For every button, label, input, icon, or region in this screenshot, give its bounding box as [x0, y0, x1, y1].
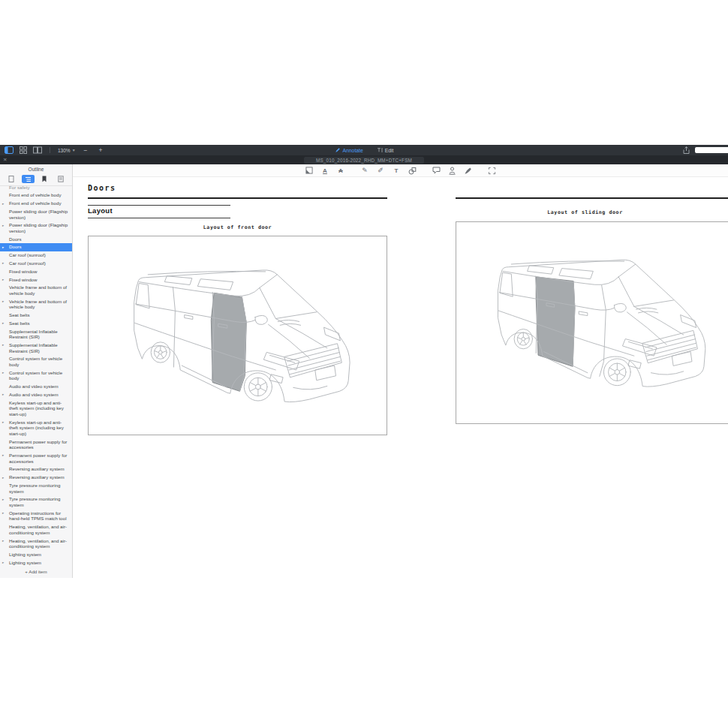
add-item-button[interactable]: + Add item: [0, 567, 72, 578]
outline-item[interactable]: ▸ Doors: [0, 243, 72, 251]
outline-item[interactable]: ▸ Operating instructions for hand-held T…: [0, 509, 72, 522]
chevron-right-icon: ▸: [2, 277, 4, 283]
two-page-view-icon[interactable]: [33, 146, 42, 154]
outline-item[interactable]: ▸ Control system for vehicle body: [0, 369, 72, 382]
annotations-tab[interactable]: [55, 175, 68, 183]
tab-edit[interactable]: Edit: [377, 147, 394, 153]
document-tab-bar: ✕ MS_010_2016-2022_RHD_MM+DTC+FSM: [0, 155, 728, 164]
outline-item-label: Audio and video system: [9, 384, 59, 389]
outline-item[interactable]: Audio and video system: [0, 383, 72, 391]
outline-item[interactable]: Car roof (sunroof): [0, 251, 72, 260]
outline-item[interactable]: ▸ Fixed window: [0, 275, 72, 284]
outline-item[interactable]: ▸ Vehicle frame and bottom of vehicle bo…: [0, 297, 72, 311]
outline-item[interactable]: Doors: [0, 235, 72, 243]
strikethrough-icon[interactable]: A: [336, 166, 345, 175]
chevron-right-icon: ▸: [2, 260, 4, 266]
zoom-out-button[interactable]: −: [81, 146, 91, 154]
sidebar-title: Outline: [0, 164, 72, 173]
marker-icon[interactable]: ✐: [376, 166, 385, 175]
tab-annotate[interactable]: Annotate: [335, 147, 363, 153]
outline-item[interactable]: ▸ Lighting system: [0, 558, 72, 567]
annotate-pen-icon: [335, 147, 341, 153]
heading-rule: [88, 197, 387, 199]
outline-item-label: Doors: [9, 236, 22, 242]
shapes-icon[interactable]: [408, 166, 417, 175]
outline-item[interactable]: ▸ Heating, ventilation, and air-conditio…: [0, 537, 72, 550]
app-window: 130% ▼ − + Annotate Edit ✕ MS_010_20: [0, 0, 728, 728]
chevron-right-icon: ▸: [2, 370, 4, 376]
outline-item[interactable]: Keyless start-up and anti-theft system (…: [0, 399, 72, 418]
van-front-door-drawing: [89, 236, 387, 435]
outline-item-label: Heating, ventilation, and air-conditioni…: [9, 538, 67, 549]
outline-item-label: Control system for vehicle body: [9, 356, 62, 367]
outline-item[interactable]: ▸ Power sliding door (Flagship version): [0, 221, 72, 235]
outline-item-label: Reversing auxiliary system: [9, 474, 65, 480]
sidebar-tab-bar: [0, 173, 72, 186]
outline-item-label: Keyless start-up and anti-theft system (…: [9, 400, 64, 417]
thumbnails-view-icon[interactable]: [19, 146, 28, 154]
outline-item[interactable]: Control system for vehicle body: [0, 355, 72, 369]
fullscreen-icon[interactable]: [487, 166, 496, 175]
chevron-right-icon: ▸: [2, 538, 4, 544]
thumbnails-tab[interactable]: [5, 175, 18, 183]
chevron-right-icon: ▸: [2, 299, 4, 305]
stamp-icon[interactable]: [447, 166, 456, 175]
section-heading: Layout: [88, 206, 113, 215]
outline-item-label: Tyre pressure monitoring system: [9, 496, 60, 507]
share-icon[interactable]: [681, 146, 690, 154]
outline-sidebar: Outline For safety Front end of vehicle …: [0, 164, 73, 578]
outline-item[interactable]: ▸ Tyre pressure monitoring system: [0, 495, 72, 509]
pen-icon[interactable]: [463, 166, 472, 175]
search-input[interactable]: [695, 147, 728, 153]
outline-item-label: Supplemental Inflatable Restraint (SIR): [9, 342, 58, 353]
outline-item[interactable]: ▸ Keyless start-up and anti-theft system…: [0, 418, 72, 438]
bookmarks-tab[interactable]: [38, 175, 51, 183]
outline-item[interactable]: Power sliding door (Flagship version): [0, 207, 72, 221]
document-tab-title[interactable]: MS_010_2016-2022_RHD_MM+DTC+FSM: [304, 157, 424, 164]
outline-item[interactable]: Permanent power supply for accessories: [0, 438, 72, 451]
outline-item-label: Heating, ventilation, and air-conditioni…: [9, 524, 67, 535]
note-icon[interactable]: [432, 166, 441, 175]
outline-item[interactable]: Lighting system: [0, 550, 72, 558]
outline-item-label: Control system for vehicle body: [9, 370, 62, 381]
underline-icon[interactable]: A: [320, 166, 329, 175]
outline-item[interactable]: ▸ Reversing auxiliary system: [0, 474, 72, 482]
highlight-icon[interactable]: [305, 166, 314, 175]
zoom-level-control[interactable]: 130% ▼: [58, 148, 76, 153]
sidebar-toggle-icon[interactable]: [5, 146, 14, 154]
outline-item[interactable]: ▸ Audio and video system: [0, 390, 72, 399]
outline-item[interactable]: ▸ Supplemental Inflatable Restraint (SIR…: [0, 341, 72, 354]
outline-item[interactable]: Supplemental Inflatable Restraint (SIR): [0, 327, 72, 341]
outline-item-label: Lighting system: [9, 560, 41, 565]
text-icon[interactable]: T: [392, 166, 401, 175]
chevron-right-icon: ▸: [2, 223, 4, 229]
outline-item-label: Power sliding door (Flagship version): [9, 209, 68, 220]
zoom-in-button[interactable]: +: [96, 146, 106, 154]
outline-item[interactable]: Seat belts: [0, 311, 72, 320]
outline-item[interactable]: ▸ Permanent power supply for accessories: [0, 451, 72, 465]
outline-item[interactable]: Fixed window: [0, 267, 72, 275]
figure-right-caption: Layout of sliding door: [456, 209, 714, 215]
outline-item[interactable]: Vehicle frame and bottom of vehicle body: [0, 284, 72, 297]
outline-item-label: Seat belts: [9, 312, 30, 317]
chevron-right-icon: ▸: [2, 201, 4, 207]
outline-item[interactable]: Reversing auxiliary system: [0, 465, 72, 474]
outline-item-label: Car roof (sunroof): [9, 252, 46, 257]
outline-item[interactable]: ▸ Front end of vehicle body: [0, 200, 72, 208]
pencil-icon[interactable]: ✎: [360, 166, 369, 175]
outline-item[interactable]: Front end of vehicle body: [0, 191, 72, 200]
outline-tab[interactable]: [22, 175, 35, 183]
outline-list: For safety Front end of vehicle body ▸ F…: [0, 186, 72, 567]
outline-item[interactable]: ▸ Car roof (sunroof): [0, 259, 72, 267]
chevron-right-icon: ▸: [2, 342, 4, 348]
outline-item-label: Lighting system: [9, 552, 41, 557]
chevron-right-icon: ▸: [2, 497, 4, 503]
outline-item-label: Power sliding door (Flagship version): [9, 222, 68, 233]
outline-item[interactable]: For safety: [0, 186, 72, 191]
close-tab-icon[interactable]: ✕: [3, 157, 7, 163]
zoom-level-value: 130%: [58, 148, 71, 153]
outline-item[interactable]: Heating, ventilation, and air-conditioni…: [0, 523, 72, 537]
outline-item-label: Permanent power supply for accessories: [9, 439, 67, 450]
outline-item[interactable]: Tyre pressure monitoring system: [0, 481, 72, 495]
outline-item[interactable]: ▸ Seat belts: [0, 319, 72, 327]
